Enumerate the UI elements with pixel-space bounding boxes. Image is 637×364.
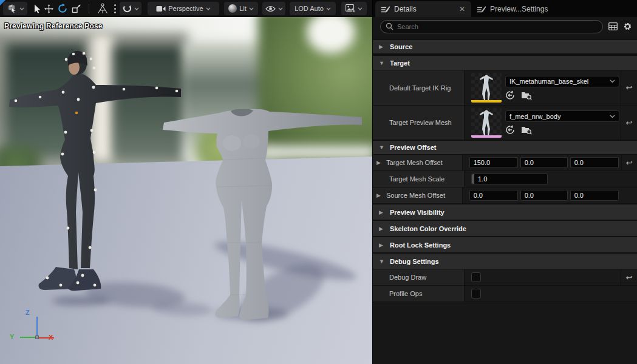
section-title: Root Lock Settings bbox=[390, 241, 451, 249]
viewport-toolbar: Perspective Lit LOD Auto bbox=[0, 0, 372, 17]
display-filter-icon[interactable] bbox=[608, 22, 618, 30]
chevron-down-icon bbox=[610, 79, 615, 83]
section-title: Source bbox=[390, 43, 412, 50]
property-label: Target Preview Mesh bbox=[373, 106, 464, 140]
eye-icon bbox=[265, 5, 276, 12]
axis-origin bbox=[35, 335, 39, 339]
property-label: Debug Draw bbox=[373, 269, 464, 285]
property-row-target-preview-mesh: Target Preview Mesh f_med_nrw_body bbox=[373, 106, 637, 140]
expander-collapsed-icon: ▶ bbox=[379, 242, 385, 248]
property-label: Profile Ops bbox=[373, 286, 464, 302]
show-menu-button[interactable] bbox=[262, 2, 285, 15]
select-tool-icon[interactable] bbox=[33, 2, 42, 15]
selection-mode-button[interactable] bbox=[3, 2, 27, 15]
chevron-down-icon bbox=[610, 115, 615, 118]
axis-x-label: X bbox=[49, 334, 53, 341]
reset-to-default-button[interactable]: ↩ bbox=[621, 269, 637, 285]
offset-x-field[interactable]: 150.0 bbox=[469, 157, 518, 168]
use-selected-asset-icon[interactable] bbox=[505, 125, 515, 135]
ik-retargeter-window: Perspective Lit LOD Auto bbox=[0, 0, 637, 364]
details-panel-icon bbox=[477, 5, 486, 13]
asset-thumbnail-ik-rig[interactable] bbox=[471, 73, 502, 103]
browse-to-asset-icon[interactable] bbox=[521, 125, 532, 135]
toolbar-separator bbox=[89, 4, 89, 13]
expander-collapsed-icon: ▶ bbox=[379, 44, 385, 50]
target-character-mesh[interactable] bbox=[157, 109, 369, 328]
scale-field[interactable]: 1.0 bbox=[471, 174, 548, 184]
panel-empty-area bbox=[373, 302, 637, 364]
section-header-source[interactable]: ▶ Source bbox=[373, 39, 637, 54]
use-selected-asset-icon[interactable] bbox=[505, 90, 515, 100]
section-title: Preview Visibility bbox=[390, 209, 445, 216]
lod-menu-button[interactable]: LOD Auto bbox=[290, 2, 336, 15]
chevron-down-icon bbox=[278, 7, 283, 10]
chevron-down-icon bbox=[206, 7, 211, 10]
overflow-menu-icon[interactable] bbox=[112, 2, 118, 15]
rotate-tool-icon[interactable] bbox=[57, 2, 67, 15]
section-header-root-lock-settings[interactable]: ▶ Root Lock Settings bbox=[373, 237, 637, 253]
property-label: Source Mesh Offset bbox=[386, 192, 445, 199]
preview-mesh-combobox[interactable]: f_med_nrw_body bbox=[505, 110, 619, 122]
offset-z-field[interactable]: 0.0 bbox=[570, 190, 619, 201]
offset-y-field[interactable]: 0.0 bbox=[520, 190, 568, 201]
chevron-down-icon bbox=[249, 7, 254, 10]
section-header-target[interactable]: ▼ Target bbox=[373, 56, 637, 70]
browse-to-asset-icon[interactable] bbox=[521, 90, 532, 100]
chevron-down-icon bbox=[19, 7, 24, 10]
expander-expanded-icon: ▼ bbox=[379, 258, 385, 265]
offset-z-field[interactable]: 0.0 bbox=[570, 157, 619, 168]
settings-gear-icon[interactable] bbox=[623, 22, 632, 31]
rotation-snap-button[interactable] bbox=[120, 2, 141, 15]
offset-y-field[interactable]: 0.0 bbox=[520, 157, 568, 168]
search-input[interactable] bbox=[397, 23, 598, 30]
section-header-skeleton-color-override[interactable]: ▶ Skeleton Color Override bbox=[373, 220, 637, 237]
scale-tool-icon[interactable] bbox=[71, 2, 81, 15]
axis-z-line bbox=[36, 317, 38, 337]
screenshot-menu-button[interactable] bbox=[341, 2, 367, 15]
lit-label: Lit bbox=[239, 5, 247, 12]
3d-scene[interactable]: Previewing Reference Pose Z Y X bbox=[0, 17, 372, 364]
debug-draw-checkbox[interactable] bbox=[471, 272, 481, 282]
reset-to-default-button[interactable]: ↩ bbox=[621, 70, 637, 105]
property-row-debug-draw: Debug Draw ↩ bbox=[373, 269, 637, 286]
chevron-down-icon bbox=[134, 7, 139, 10]
offset-x-field[interactable]: 0.0 bbox=[469, 190, 518, 201]
search-icon bbox=[386, 22, 393, 30]
lit-menu-button[interactable]: Lit bbox=[224, 2, 258, 15]
preview-character-icon[interactable] bbox=[96, 2, 109, 15]
section-header-preview-visibility[interactable]: ▶ Preview Visibility bbox=[373, 204, 637, 220]
cube-cursor-icon bbox=[7, 4, 17, 13]
screenshot-image-icon bbox=[346, 4, 355, 13]
reset-to-default-button[interactable]: ↩ bbox=[621, 155, 637, 170]
tab-details-label: Details bbox=[394, 5, 417, 13]
rotation-snap-icon bbox=[123, 4, 132, 13]
reset-column bbox=[621, 286, 637, 302]
section-header-debug-settings[interactable]: ▼ Debug Settings bbox=[373, 253, 637, 269]
ik-rig-combobox-value: IK_metahuman_base_skel bbox=[509, 78, 607, 85]
reset-to-default-button[interactable]: ↩ bbox=[621, 106, 637, 140]
expander-collapsed-icon: ▶ bbox=[379, 209, 385, 215]
reset-column bbox=[621, 187, 637, 203]
property-row-profile-ops: Profile Ops bbox=[373, 286, 637, 302]
asset-thumbnail-preview-mesh[interactable] bbox=[471, 108, 502, 138]
property-row-target-mesh-scale: Target Mesh Scale 1.0 bbox=[373, 171, 637, 187]
search-box[interactable] bbox=[380, 20, 603, 33]
section-title: Debug Settings bbox=[390, 258, 439, 265]
close-tab-icon[interactable]: ✕ bbox=[459, 5, 465, 13]
profile-ops-checkbox[interactable] bbox=[471, 289, 481, 298]
section-header-preview-offset[interactable]: ▼ Preview Offset bbox=[373, 140, 637, 155]
expander-collapsed-icon: ▶ bbox=[376, 160, 383, 166]
axis-y-line bbox=[20, 337, 37, 338]
tab-preview-settings[interactable]: Preview...Settings bbox=[471, 1, 554, 17]
preview-mesh-combobox-value: f_med_nrw_body bbox=[509, 113, 607, 120]
perspective-menu-button[interactable]: Perspective bbox=[148, 2, 219, 15]
ik-rig-combobox[interactable]: IK_metahuman_base_skel bbox=[505, 76, 619, 87]
details-panel-icon bbox=[381, 5, 390, 13]
expander-expanded-icon: ▼ bbox=[379, 144, 385, 150]
tab-details[interactable]: Details ✕ bbox=[375, 1, 471, 17]
shadow-dark-figure-feet bbox=[52, 296, 109, 306]
camera-icon bbox=[156, 5, 166, 12]
chevron-down-icon bbox=[358, 7, 363, 10]
move-tool-icon[interactable] bbox=[44, 2, 53, 15]
preview-viewport[interactable]: Perspective Lit LOD Auto bbox=[0, 0, 372, 364]
